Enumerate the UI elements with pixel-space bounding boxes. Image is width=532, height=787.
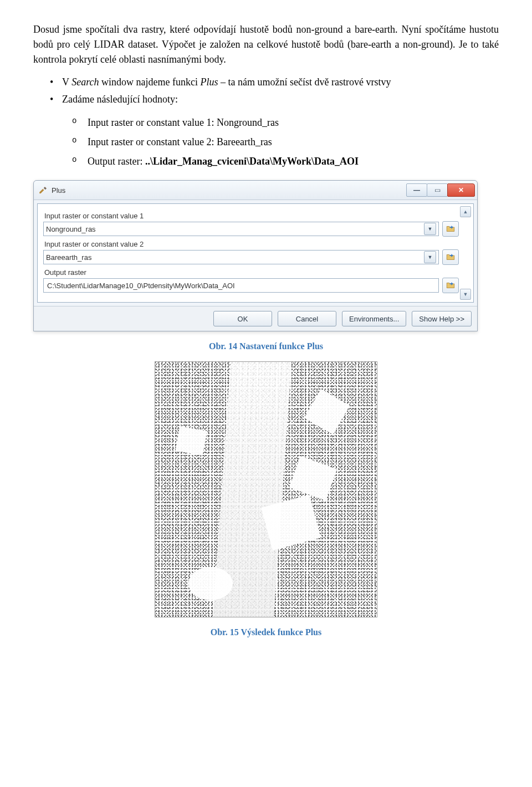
row-output: C:\Student\LidarManage10_0\Ptdensity\MyW…: [43, 278, 459, 293]
show-help-button[interactable]: Show Help >>: [412, 311, 472, 326]
folder-open-icon: [446, 252, 456, 262]
text: – ta nám umožní sečíst dvě rastrové vrst…: [218, 76, 391, 88]
dialog-title: Plus: [52, 186, 407, 195]
titlebar[interactable]: Plus: [34, 181, 477, 200]
text-italic: Search: [71, 76, 99, 88]
label-input1: Input raster or constant value 1: [44, 212, 459, 220]
scroll-down-icon[interactable]: ▼: [460, 289, 471, 300]
plus-dialog: Plus ▲ ▼ Input raster or constant value …: [33, 180, 478, 331]
intro-paragraph: Dosud jsme spočítali dva rastry, které o…: [33, 22, 499, 67]
text: window najdeme funkci: [99, 76, 201, 88]
row-input1: Nonground_ras ▼: [43, 221, 459, 237]
figure-caption-15: Obr. 15 Výsledek funkce Plus: [33, 627, 499, 637]
input-value: C:\Student\LidarManage10_0\Ptdensity\MyW…: [47, 282, 235, 290]
figure-caption-14: Obr. 14 Nastavení funkce Plus: [33, 341, 499, 351]
raster-result-image: [155, 361, 377, 617]
text: Output raster:: [88, 156, 145, 167]
row-input2: Bareearth_ras ▼: [43, 249, 459, 265]
dialog-body: ▲ ▼ Input raster or constant value 1 Non…: [37, 203, 474, 303]
text-bold: ..\Lidar_Manag_cviceni\Data\MyWork\Data_…: [145, 156, 359, 167]
folder-open-icon: [446, 280, 456, 290]
minimize-button[interactable]: [406, 183, 427, 197]
environments-button[interactable]: Environments...: [342, 311, 406, 326]
sub-1: Input raster or constant value 1: Nongro…: [72, 115, 499, 131]
cancel-button[interactable]: Cancel: [278, 311, 336, 326]
bullet-2: Zadáme následující hodnoty:: [50, 92, 499, 107]
text-italic: Plus: [200, 76, 218, 88]
chevron-down-icon[interactable]: ▼: [424, 251, 436, 263]
window-controls: [407, 183, 475, 197]
browse-button-2[interactable]: [442, 249, 459, 265]
dialog-footer: OK Cancel Environments... Show Help >>: [34, 306, 477, 331]
sub-3: Output raster: ..\Lidar_Manag_cviceni\Da…: [72, 154, 499, 170]
combo-input1[interactable]: Nonground_ras ▼: [43, 222, 439, 236]
browse-button-3[interactable]: [442, 278, 459, 293]
folder-open-icon: [446, 224, 456, 234]
ok-button[interactable]: OK: [213, 311, 272, 326]
browse-button-1[interactable]: [442, 221, 459, 237]
combo-input2[interactable]: Bareearth_ras ▼: [43, 250, 439, 264]
sub-list: Input raster or constant value 1: Nongro…: [33, 115, 499, 169]
combo-value: Bareearth_ras: [46, 253, 91, 262]
combo-value: Nonground_ras: [46, 225, 96, 233]
hammer-icon: [38, 185, 48, 195]
bullet-list: V Search window najdeme funkci Plus – ta…: [33, 75, 499, 107]
chevron-down-icon[interactable]: ▼: [424, 223, 436, 235]
label-input2: Input raster or constant value 2: [44, 240, 459, 248]
bullet-1: V Search window najdeme funkci Plus – ta…: [50, 75, 499, 90]
label-output: Output raster: [44, 268, 459, 277]
output-input[interactable]: C:\Student\LidarManage10_0\Ptdensity\MyW…: [43, 278, 439, 293]
maximize-button[interactable]: [427, 183, 448, 197]
close-button[interactable]: [447, 183, 475, 197]
scroll-up-icon[interactable]: ▲: [460, 206, 471, 217]
sub-2: Input raster or constant value 2: Bareea…: [72, 134, 499, 150]
text: V: [62, 76, 71, 88]
